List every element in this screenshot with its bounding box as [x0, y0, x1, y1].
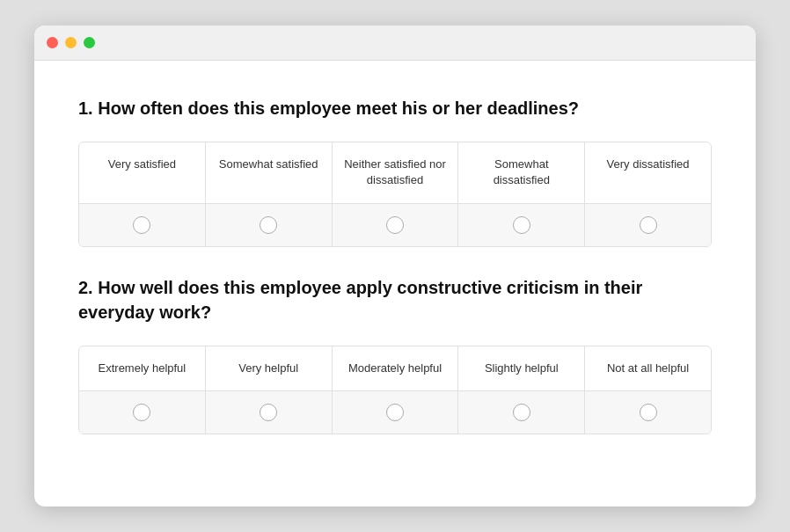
question-title-1: 1. How often does this employee meet his…: [78, 96, 712, 120]
radio-cell-q1-o4: [458, 204, 585, 246]
option-label-q1-o4: Somewhat dissatisfied: [458, 142, 585, 202]
radio-input-q2-o2[interactable]: [260, 404, 277, 421]
radio-cell-q2-o2: [206, 391, 333, 434]
minimize-button[interactable]: [65, 37, 77, 48]
options-radio-row-2: [79, 391, 711, 434]
option-label-q2-o3: Moderately helpful: [333, 346, 459, 390]
radio-input-q1-o5[interactable]: [640, 216, 657, 234]
options-table-2: Extremely helpfulVery helpfulModerately …: [78, 346, 712, 434]
options-header-row-1: Very satisfiedSomewhat satisfiedNeither …: [79, 142, 711, 203]
radio-cell-q2-o5: [585, 391, 711, 434]
radio-input-q1-o3[interactable]: [386, 216, 404, 234]
traffic-lights: [47, 37, 95, 48]
radio-input-q2-o4[interactable]: [513, 404, 530, 421]
option-label-q1-o1: Very satisfied: [79, 142, 206, 202]
radio-cell-q1-o2: [206, 204, 333, 246]
radio-cell-q2-o4: [458, 391, 585, 434]
option-label-q2-o5: Not at all helpful: [585, 346, 711, 390]
option-label-q2-o1: Extremely helpful: [79, 346, 206, 390]
radio-cell-q2-o1: [79, 391, 206, 434]
options-header-row-2: Extremely helpfulVery helpfulModerately …: [79, 346, 711, 391]
titlebar: [34, 26, 756, 61]
radio-input-q1-o2[interactable]: [260, 216, 277, 234]
survey-content: 1. How often does this employee meet his…: [34, 61, 756, 506]
option-label-q1-o3: Neither satisfied nor dissatisfied: [333, 142, 459, 202]
radio-input-q2-o5[interactable]: [640, 404, 657, 421]
radio-input-q2-o1[interactable]: [133, 404, 150, 421]
radio-input-q2-o3[interactable]: [386, 404, 404, 421]
options-table-1: Very satisfiedSomewhat satisfiedNeither …: [78, 142, 712, 246]
question-block-2: 2. How well does this employee apply con…: [78, 275, 712, 434]
maximize-button[interactable]: [84, 37, 95, 48]
question-title-2: 2. How well does this employee apply con…: [78, 275, 712, 324]
option-label-q1-o2: Somewhat satisfied: [206, 142, 333, 202]
radio-cell-q2-o3: [333, 391, 459, 434]
radio-input-q1-o1[interactable]: [133, 216, 150, 234]
radio-cell-q1-o1: [79, 204, 206, 246]
options-radio-row-1: [79, 204, 711, 246]
option-label-q1-o5: Very dissatisfied: [585, 142, 711, 202]
question-block-1: 1. How often does this employee meet his…: [78, 96, 712, 246]
option-label-q2-o2: Very helpful: [206, 346, 333, 390]
option-label-q2-o4: Slightly helpful: [458, 346, 585, 390]
radio-input-q1-o4[interactable]: [513, 216, 530, 234]
close-button[interactable]: [47, 37, 58, 48]
radio-cell-q1-o5: [585, 204, 711, 246]
radio-cell-q1-o3: [333, 204, 459, 246]
app-window: 1. How often does this employee meet his…: [34, 26, 756, 506]
